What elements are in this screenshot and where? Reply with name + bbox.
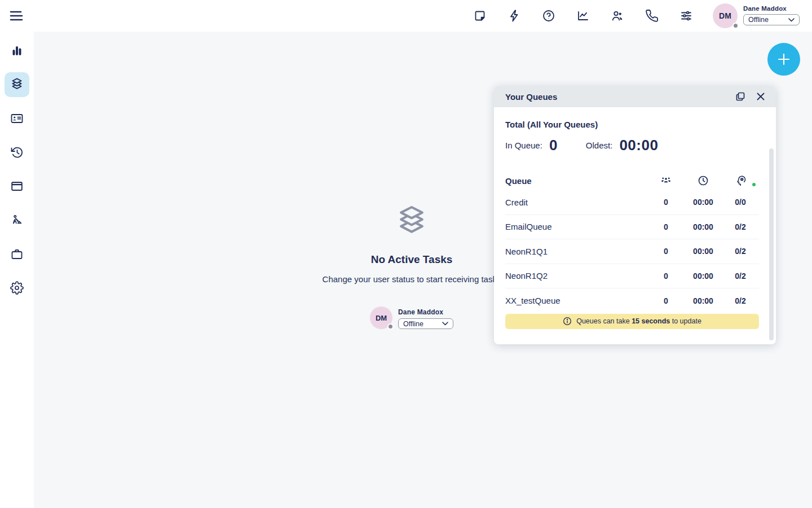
queue-in-queue-count: 0 xyxy=(647,222,685,231)
sidebar-item-directory[interactable] xyxy=(5,106,29,131)
panel-title: Your Queues xyxy=(505,92,557,102)
queue-row: EmailQueue 0 00:00 0/2 xyxy=(505,215,759,240)
history-icon xyxy=(10,146,24,159)
queue-table-body: Credit 0 00:00 0/0 EmailQueue 0 00:00 0/… xyxy=(505,190,759,313)
status-value: Offline xyxy=(748,16,769,24)
chevron-down-icon xyxy=(442,322,448,326)
oldest-time-icon xyxy=(697,174,709,187)
status-dropdown[interactable]: Offline xyxy=(743,14,800,25)
in-queue-label: In Queue: xyxy=(505,141,542,150)
notice-text: Queues can take 15 seconds to update xyxy=(576,317,701,325)
no-tasks-layers-icon xyxy=(393,204,430,239)
user-chip[interactable]: DM Dane Maddox Offline xyxy=(713,3,800,28)
settings-sliders-button[interactable] xyxy=(678,8,694,24)
quick-actions-icon xyxy=(508,9,521,23)
sidebar-item-browser[interactable] xyxy=(5,174,29,199)
popout-icon xyxy=(735,91,745,102)
avatar-initials: DM xyxy=(719,11,731,20)
queue-row: Credit 0 00:00 0/0 xyxy=(505,190,759,215)
queue-oldest-time: 00:00 xyxy=(685,296,722,305)
worker-icon xyxy=(10,213,24,227)
queue-table-header: Queue xyxy=(505,171,759,190)
avatar[interactable]: DM xyxy=(713,3,738,28)
sidebar-item-work[interactable] xyxy=(5,208,29,233)
queues-update-notice: Queues can take 15 seconds to update xyxy=(505,314,759,329)
popout-button[interactable] xyxy=(734,90,747,103)
queue-name: NeonR1Q2 xyxy=(505,271,647,281)
queue-row: NeonR1Q1 0 00:00 0/2 xyxy=(505,239,759,264)
queue-agents-ratio: 0/2 xyxy=(722,247,759,256)
phone-icon xyxy=(645,9,659,23)
user-info: Dane Maddox Offline xyxy=(743,3,800,25)
contact-card-icon xyxy=(10,112,24,125)
quick-actions-button[interactable] xyxy=(506,8,522,24)
layers-icon xyxy=(10,77,24,92)
queue-oldest-time: 00:00 xyxy=(685,247,722,256)
status-dropdown[interactable]: Offline xyxy=(398,318,453,329)
panel-scrollbar-thumb[interactable] xyxy=(769,148,774,340)
in-queue-value: 0 xyxy=(549,137,558,154)
total-queues-label: Total (All Your Queues) xyxy=(505,120,776,129)
hamburger-menu-button[interactable] xyxy=(8,8,24,24)
user-name: Dane Maddox xyxy=(398,308,453,316)
queue-row: XX_testQueue 0 00:00 0/2 xyxy=(505,288,759,313)
topbar-actions: DM Dane Maddox Offline xyxy=(472,3,812,28)
agents-column-header xyxy=(722,174,759,187)
user-info: Dane Maddox Offline xyxy=(398,306,453,329)
queue-agents-ratio: 0/2 xyxy=(722,222,759,231)
queue-in-queue-count: 0 xyxy=(647,296,685,305)
empty-state-title: No Active Tasks xyxy=(371,253,453,266)
user-name: Dane Maddox xyxy=(743,5,800,12)
top-bar: DM Dane Maddox Offline xyxy=(0,0,812,32)
hamburger-icon xyxy=(8,9,24,23)
queue-agents-ratio: 0/2 xyxy=(722,296,759,305)
queue-name: EmailQueue xyxy=(505,222,647,231)
phone-button[interactable] xyxy=(644,8,660,24)
queue-agents-ratio: 0/2 xyxy=(722,271,759,281)
performance-icon xyxy=(576,9,590,23)
panel-actions xyxy=(734,90,767,103)
totals-row: In Queue: 0 Oldest: 00:00 xyxy=(505,136,776,154)
available-green-dot xyxy=(752,183,756,186)
settings-sliders-icon xyxy=(679,9,693,23)
plus-icon xyxy=(776,52,791,67)
queue-table: Queue Credit 0 00:00 xyxy=(505,171,759,313)
close-icon xyxy=(756,92,765,101)
queue-agents-ratio: 0/0 xyxy=(722,198,759,207)
agents-button[interactable] xyxy=(610,8,625,24)
sidebar-item-queues[interactable] xyxy=(5,72,29,97)
note-button[interactable] xyxy=(472,8,488,24)
sidebar-item-settings[interactable] xyxy=(5,275,29,300)
close-button[interactable] xyxy=(754,90,767,103)
briefcase-icon xyxy=(10,247,24,261)
agents-icon xyxy=(611,9,624,23)
status-dot xyxy=(387,323,394,330)
panel-header: Your Queues xyxy=(494,86,776,107)
sidebar-item-stats[interactable] xyxy=(5,38,29,63)
queue-row: NeonR1Q2 0 00:00 0/2 xyxy=(505,264,759,289)
sidebar-item-history[interactable] xyxy=(5,140,29,165)
queue-in-queue-count: 0 xyxy=(647,198,685,207)
performance-button[interactable] xyxy=(575,8,591,24)
queue-oldest-time: 00:00 xyxy=(685,198,722,207)
gear-icon xyxy=(10,281,24,295)
queue-in-queue-count: 0 xyxy=(647,247,685,256)
queue-oldest-time: 00:00 xyxy=(685,271,722,281)
contacts-column-header xyxy=(647,174,685,187)
note-icon xyxy=(473,9,487,23)
contacts-in-queue-icon xyxy=(660,174,672,187)
empty-state-user-chip: DM Dane Maddox Offline xyxy=(370,306,453,329)
agents-available-icon xyxy=(734,174,747,187)
sidebar-item-tools[interactable] xyxy=(5,242,29,266)
queue-name: XX_testQueue xyxy=(505,296,647,305)
bar-chart-icon xyxy=(10,44,24,58)
status-dot xyxy=(732,23,739,29)
info-icon xyxy=(563,317,572,326)
new-task-fab-button[interactable] xyxy=(767,43,800,76)
help-button[interactable] xyxy=(541,8,557,24)
queue-in-queue-count: 0 xyxy=(647,271,685,281)
empty-state-subtitle: Change your user status to start receivi… xyxy=(323,274,501,284)
window-icon xyxy=(10,179,24,193)
queue-name: NeonR1Q1 xyxy=(505,247,647,256)
queue-oldest-time: 00:00 xyxy=(685,222,722,231)
